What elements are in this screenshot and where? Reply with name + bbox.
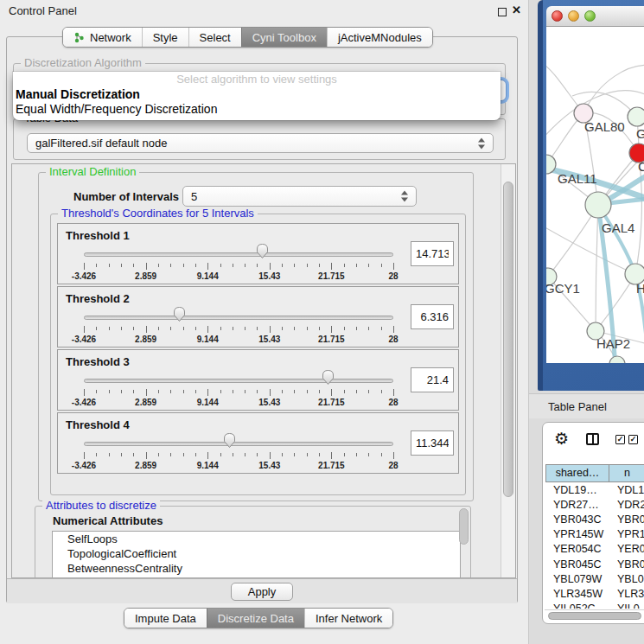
tick-mark [146,452,147,459]
tick-mark [270,389,271,396]
gear-icon[interactable]: ⚙ [554,429,569,449]
threshold-panel: Threshold 4-3.4262.8599.14415.4321.71528 [57,412,459,474]
tick-mark [319,264,320,267]
tick-mark [257,453,258,456]
float-window-icon[interactable] [498,8,507,16]
slider-thumb[interactable] [222,432,237,452]
column-header-shared-name[interactable]: shared… [545,464,609,482]
tick-mark [245,264,245,267]
slider-track[interactable] [84,442,393,446]
interval-definition-title: Interval Definition [46,165,139,178]
tick-mark [245,390,245,393]
tick-mark [220,327,221,330]
attribute-item-topologicalcoefficient[interactable]: TopologicalCoefficient [53,546,460,561]
network-node[interactable] [609,356,625,363]
cyni-toolbox-panel: Discretization Algorithm Select algorith… [6,36,518,603]
tick-label: 9.144 [197,271,219,281]
checkbox-icon[interactable]: ✓ [615,435,625,444]
threshold-value-field[interactable] [411,241,454,266]
tick-label: -3.426 [72,461,96,470]
network-node[interactable] [585,192,611,218]
close-icon[interactable]: ✕ [512,3,521,16]
table-row[interactable]: YER054CYER0 [545,542,644,557]
threshold-value-field[interactable] [411,430,454,456]
horizontal-scrollbar-track[interactable] [545,609,644,622]
tick-mark [381,327,382,330]
table-data-combobox[interactable]: galFiltered.sif default node [27,133,494,153]
tick-mark [146,389,147,396]
tab-impute-data[interactable]: Impute Data [124,609,207,628]
table-data-value: galFiltered.sif default node [35,137,167,150]
table-row[interactable]: YBR043CYBR0 [545,512,644,526]
tick-mark [207,263,208,270]
attribute-list-scrollbar[interactable] [459,508,469,545]
tick-mark [270,326,271,333]
cell-name: YBR0 [609,558,644,571]
cell-shared-name: YDR27… [545,499,609,511]
node-label: GAL11 [558,171,597,186]
tick-label: 9.144 [197,461,219,470]
table-row[interactable]: YBR045CYBR0 [545,557,644,571]
tick-mark [233,390,233,393]
minimize-traffic-light-icon[interactable] [568,10,579,22]
tab-select[interactable]: Select [188,28,241,47]
tick-mark [294,453,295,456]
network-edge [583,65,644,113]
network-window-titlebar[interactable] [546,6,644,27]
column-header-name[interactable]: n [609,464,644,482]
node-label: GAL80 [584,119,625,134]
split-columns-icon[interactable] [586,433,599,445]
close-traffic-light-icon[interactable] [552,10,563,22]
tab-cyni-toolbox[interactable]: Cyni Toolbox [241,28,327,47]
tick-mark [381,264,382,267]
horizontal-scrollbar-thumb[interactable] [548,612,641,620]
table-row[interactable]: YBL079WYBL0 [545,571,644,586]
network-canvas[interactable]: GAL80GACGAL11GAL4GCY1HHAP2 [546,27,644,363]
tab-infer-network[interactable]: Infer Network [304,609,392,628]
tab-style[interactable]: Style [142,28,188,47]
slider-thumb[interactable] [255,243,270,263]
table-row[interactable]: YDL19…YDL1 [545,482,644,497]
tick-mark [84,389,85,396]
slider-track[interactable] [84,379,393,383]
numerical-attributes-list[interactable]: SelfLoopsTopologicalCoefficientBetweenne… [52,531,461,578]
tab-discretize-data[interactable]: Discretize Data [207,609,304,628]
threshold-value-field[interactable] [411,304,454,329]
apply-button[interactable]: Apply [231,583,293,601]
slider-thumb[interactable] [172,306,187,326]
tab-network[interactable]: Network [63,28,142,47]
zoom-traffic-light-icon[interactable] [584,10,596,22]
tab-jactivemnodules[interactable]: jActiveMNodules [327,28,432,47]
tick-mark [393,263,394,270]
number-of-intervals-combobox[interactable]: 5 [182,186,417,207]
tick-mark [319,453,320,456]
table-row[interactable]: YDR27…YDR2 [545,497,644,512]
node-label: C [638,159,644,174]
tick-mark [109,453,110,456]
table-row[interactable]: YLR345WYLR3 [545,586,644,601]
algorithm-option-equal-width-frequency-discretization[interactable]: Equal Width/Frequency Discretization [13,102,501,117]
algorithm-option-manual-discretization[interactable]: Manual Discretization [13,87,501,102]
tab-label: Select [200,31,231,44]
tick-mark [331,389,332,396]
vertical-scrollbar-thumb[interactable] [503,182,513,497]
threshold-value-field[interactable] [411,367,454,392]
tick-mark [393,326,394,333]
tick-mark [121,453,122,456]
tick-mark [257,390,258,393]
table-row[interactable]: YIL052CYIL0 [545,602,644,609]
slider-thumb[interactable] [321,369,335,389]
attribute-item-selfloops[interactable]: SelfLoops [53,532,460,546]
table-row[interactable]: YPR145WYPR1 [545,527,644,542]
cell-name: YDR2 [609,499,644,511]
threshold-label: Threshold 4 [66,418,130,431]
tick-mark [393,452,394,459]
slider-track[interactable] [84,316,393,320]
vertical-scrollbar-track[interactable] [501,164,515,577]
network-node[interactable] [628,107,644,126]
tick-label: 9.144 [197,398,219,407]
slider-track[interactable] [84,252,393,257]
attribute-item-betweennesscentrality[interactable]: BetweennessCentrality [53,561,460,576]
checkbox-icon[interactable]: ✓ [628,435,638,444]
tick-mark [344,327,345,330]
